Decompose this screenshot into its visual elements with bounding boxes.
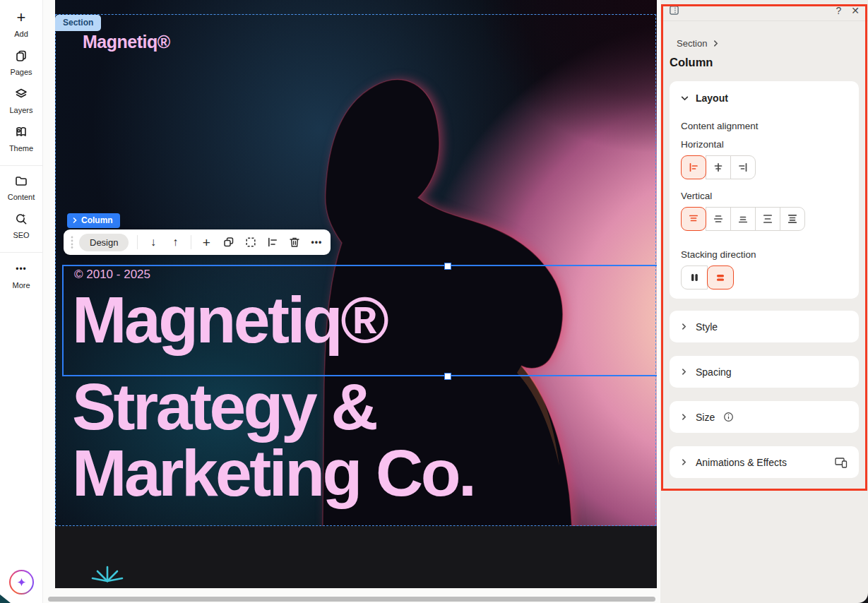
plus-icon: +: [203, 236, 210, 249]
column-badge-label: Column: [81, 215, 113, 225]
close-panel-button[interactable]: ✕: [851, 6, 860, 16]
sidebar-item-label: Theme: [0, 144, 42, 153]
stack-horizontal-button[interactable]: [681, 265, 708, 289]
seo-magnifier-icon: [0, 211, 42, 227]
align-button[interactable]: [266, 234, 279, 251]
design-button[interactable]: Design: [79, 234, 129, 251]
align-h-center-button[interactable]: [706, 155, 731, 179]
site-page[interactable]: Magnetiq® © 2010 - 2025 Magnetiq® Strate…: [55, 0, 657, 588]
arrow-down-icon: ↓: [150, 237, 156, 248]
sidebar-item-label: Add: [0, 30, 42, 38]
hero-heading-line1[interactable]: Magnetiq®: [72, 287, 386, 353]
layout-card: Layout Content alignment Horizontal: [670, 81, 859, 299]
next-section[interactable]: [55, 526, 657, 588]
align-v-top-icon: [687, 213, 700, 225]
chevron-right-icon: [681, 414, 687, 420]
drag-handle-icon[interactable]: [71, 236, 73, 249]
align-v-stretch-icon: [786, 213, 799, 225]
delete-button[interactable]: [288, 234, 302, 251]
selection-border-top: [62, 265, 657, 266]
plus-icon: +: [0, 10, 42, 25]
align-h-left-button[interactable]: [681, 155, 706, 179]
align-left-icon: [266, 236, 279, 249]
devices-icon[interactable]: [835, 457, 848, 468]
sidebar-item-label: Content: [0, 193, 42, 201]
chevron-down-icon: [681, 95, 689, 102]
align-v-stretch-button[interactable]: [780, 207, 805, 231]
resize-handle-top[interactable]: [444, 263, 451, 270]
chevron-right-icon: [713, 40, 719, 47]
move-up-button[interactable]: ↑: [169, 234, 182, 251]
chevron-right-icon: [681, 369, 687, 375]
marquee-icon: [244, 236, 257, 249]
sidebar-item-label: Pages: [0, 68, 42, 76]
animations-label: Animations & Effects: [696, 457, 787, 468]
resize-handle-bottom[interactable]: [444, 373, 451, 380]
sidebar-item-add[interactable]: + Add: [0, 0, 42, 38]
sidebar-item-pages[interactable]: Pages: [0, 38, 42, 76]
align-v-top-button[interactable]: [681, 207, 706, 231]
spacing-label: Spacing: [696, 366, 732, 378]
align-h-right-button[interactable]: [730, 155, 756, 179]
arrow-up-icon: ↑: [172, 237, 178, 248]
chevron-right-icon: [681, 459, 687, 465]
vertical-alignment-group: [681, 207, 805, 231]
sidebar-item-label: More: [0, 281, 42, 289]
size-label: Size: [696, 412, 715, 423]
stack-vertical-button[interactable]: [707, 265, 734, 289]
info-icon[interactable]: [723, 412, 734, 422]
more-options-button[interactable]: •••: [310, 234, 323, 251]
sidebar-item-more[interactable]: ••• More: [0, 256, 42, 289]
left-sidebar: + Add Pages Layers: [0, 0, 43, 603]
align-h-right-icon: [737, 161, 749, 174]
style-section-toggle[interactable]: Style: [670, 311, 859, 342]
hero-heading-line2: Strategy &: [72, 374, 474, 440]
column-badge[interactable]: Column: [67, 213, 120, 228]
layers-icon: [0, 86, 42, 102]
panel-header: ? ✕: [660, 0, 868, 21]
sidebar-divider: [0, 165, 42, 166]
align-v-bottom-icon: [737, 213, 749, 225]
dock-panel-icon[interactable]: [669, 5, 679, 16]
select-area-button[interactable]: [244, 234, 257, 251]
move-down-button[interactable]: ↓: [146, 234, 160, 251]
help-button[interactable]: ?: [836, 6, 841, 16]
spacing-section-toggle[interactable]: Spacing: [670, 356, 859, 388]
site-logo[interactable]: Magnetiq®: [83, 32, 170, 52]
duplicate-icon: [222, 236, 235, 249]
hero-heading-lines23[interactable]: Strategy & Marketing Co.: [72, 374, 474, 506]
stacking-direction-group: [681, 265, 734, 289]
sidebar-item-label: SEO: [0, 231, 42, 239]
animations-section-toggle[interactable]: Animations & Effects: [670, 446, 859, 478]
add-element-button[interactable]: +: [200, 234, 213, 251]
align-v-bottom-button[interactable]: [730, 207, 756, 231]
copyright-text[interactable]: © 2010 - 2025: [74, 268, 150, 282]
ellipsis-icon: •••: [311, 238, 323, 246]
horizontal-scrollbar[interactable]: [48, 597, 655, 602]
pages-icon: [0, 48, 42, 64]
sidebar-item-seo[interactable]: SEO: [0, 201, 42, 239]
ellipsis-icon: •••: [0, 261, 42, 277]
vertical-label: Vertical: [681, 191, 848, 201]
settings-panel: ? ✕ Section Column Layout Content alignm…: [660, 0, 868, 603]
section-badge[interactable]: Section: [55, 15, 101, 31]
size-section-toggle[interactable]: Size: [670, 401, 859, 433]
align-v-space-between-button[interactable]: [755, 207, 780, 231]
sidebar-item-content[interactable]: Content: [0, 169, 42, 201]
sidebar-item-theme[interactable]: Theme: [0, 114, 42, 153]
toolbar-divider: [137, 235, 138, 249]
stack-rows-icon: [714, 271, 727, 284]
breadcrumb[interactable]: Section: [677, 38, 719, 49]
editor-canvas: Magnetiq® © 2010 - 2025 Magnetiq® Strate…: [42, 0, 660, 603]
duplicate-button[interactable]: [222, 234, 235, 251]
stacking-direction-label: Stacking direction: [681, 249, 848, 260]
align-v-center-button[interactable]: [706, 207, 731, 231]
chevron-right-icon: [681, 323, 687, 330]
starburst-icon: [86, 564, 129, 588]
builder-app: + Add Pages Layers: [0, 0, 868, 603]
ai-assistant-button[interactable]: [9, 570, 34, 595]
layout-section-toggle[interactable]: Layout: [681, 92, 848, 104]
toolbar-divider: [191, 235, 191, 249]
trash-icon: [288, 236, 301, 249]
sidebar-item-layers[interactable]: Layers: [0, 76, 42, 114]
